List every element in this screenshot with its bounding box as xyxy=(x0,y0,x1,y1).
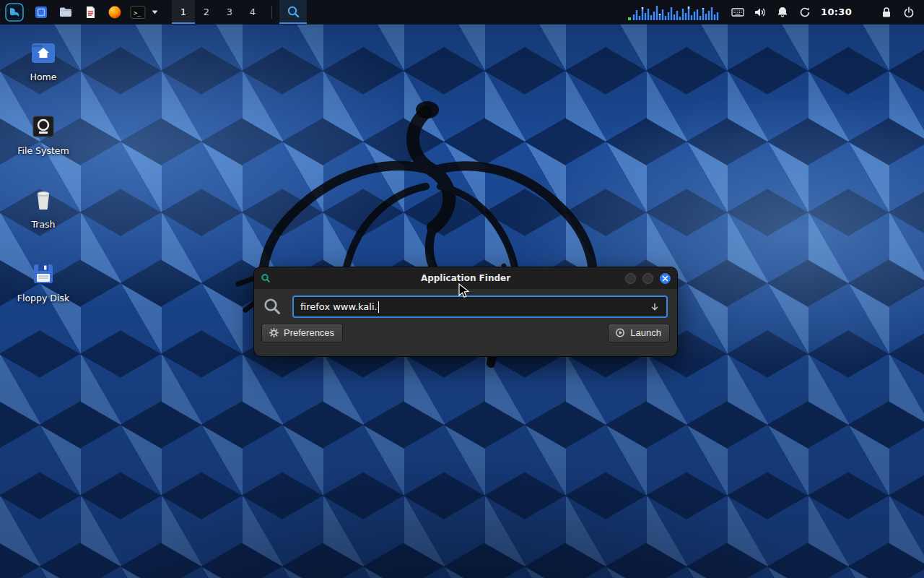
desktop-icon-trash[interactable]: Trash xyxy=(10,186,77,230)
workspace-1[interactable]: 1 xyxy=(172,0,195,24)
close-icon xyxy=(662,275,668,282)
taskbar-app-file-manager[interactable] xyxy=(53,0,78,24)
chevron-down-icon xyxy=(151,8,159,16)
clock[interactable]: 10:30 xyxy=(821,7,852,17)
magnifier-icon xyxy=(287,5,300,19)
launch-button[interactable]: Launch xyxy=(608,324,670,342)
workspace-3[interactable]: 3 xyxy=(218,0,241,24)
window-titlebar[interactable]: Application Finder xyxy=(254,267,677,289)
logout-power-icon[interactable] xyxy=(902,6,915,19)
notifications-bell-icon[interactable] xyxy=(776,6,789,19)
text-caret xyxy=(378,301,379,313)
desktop-icon-label: Trash xyxy=(31,219,55,230)
keyboard-layout-icon[interactable] xyxy=(731,6,744,19)
arrow-down-icon xyxy=(650,302,660,312)
blue-window-icon xyxy=(34,5,48,20)
firefox-icon xyxy=(108,5,122,20)
launch-icon xyxy=(615,327,626,338)
desktop-icon-home[interactable]: Home xyxy=(10,39,77,82)
minimize-button[interactable] xyxy=(625,273,636,284)
volume-icon[interactable] xyxy=(754,6,767,19)
workspace-switcher: 1 2 3 4 xyxy=(172,0,264,24)
home-icon xyxy=(30,39,57,66)
workspace-2[interactable]: 2 xyxy=(195,0,218,24)
maximize-button[interactable] xyxy=(642,273,653,284)
folder-icon xyxy=(58,5,73,20)
terminal-icon: >_ xyxy=(130,4,146,20)
window-controls xyxy=(625,273,671,284)
floppy-disk-icon xyxy=(30,260,57,288)
close-button[interactable] xyxy=(660,273,671,284)
taskbar-app-blue-window[interactable] xyxy=(29,0,53,24)
panel-status-area: 10:30 xyxy=(628,0,924,24)
desktop-icon-file-system[interactable]: File System xyxy=(10,113,77,156)
launch-button-label: Launch xyxy=(630,327,661,338)
preferences-button-label: Preferences xyxy=(284,327,334,338)
taskbar-app-firefox[interactable] xyxy=(103,0,127,24)
desktop-icon-label: File System xyxy=(17,145,69,156)
kali-logo-icon xyxy=(5,3,24,22)
desktop-icon-label: Floppy Disk xyxy=(17,293,69,303)
gear-icon xyxy=(269,327,279,338)
desktop-icon-area: Home File System Trash Floppy Disk xyxy=(10,39,77,303)
window-title: Application Finder xyxy=(254,273,677,283)
desktop-icon-label: Home xyxy=(30,72,57,82)
top-panel: >_ 1 2 3 4 xyxy=(0,0,924,24)
search-input-text: firefox www.kali. xyxy=(300,301,378,312)
taskbar-app-text-editor[interactable] xyxy=(78,0,103,24)
application-finder-window: Application Finder firefox www.kali. xyxy=(254,267,677,356)
svg-text:>_: >_ xyxy=(134,9,141,16)
update-icon[interactable] xyxy=(798,6,811,19)
desktop-icon-floppy-disk[interactable]: Floppy Disk xyxy=(10,260,77,303)
trash-icon xyxy=(30,186,57,214)
launcher-terminal[interactable]: >_ xyxy=(127,0,149,24)
search-input[interactable]: firefox www.kali. xyxy=(292,296,668,318)
lock-icon[interactable] xyxy=(880,6,893,19)
button-row: Preferences Launch xyxy=(254,322,677,350)
history-dropdown-arrow[interactable] xyxy=(650,302,660,312)
search-row: firefox www.kali. xyxy=(254,289,677,322)
cpu-graph[interactable] xyxy=(628,3,722,22)
launcher-terminal-dropdown[interactable] xyxy=(149,0,160,24)
taskbar-item-application-finder[interactable] xyxy=(279,0,307,24)
window-magnifier-icon xyxy=(261,273,271,283)
document-icon xyxy=(83,5,97,20)
kali-menu-button[interactable] xyxy=(0,0,29,24)
search-icon xyxy=(263,297,282,316)
panel-separator xyxy=(271,6,272,19)
preferences-button[interactable]: Preferences xyxy=(261,324,343,342)
file-system-drive-icon xyxy=(30,113,57,140)
workspace-4[interactable]: 4 xyxy=(241,0,264,24)
